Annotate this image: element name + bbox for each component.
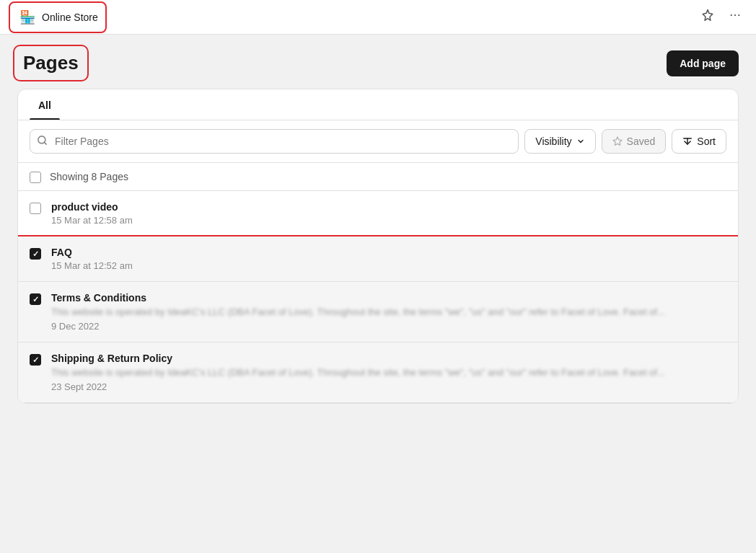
pages-card: All Visibility Saved (17, 89, 739, 404)
page-header: Pages Add page (0, 35, 756, 89)
saved-button[interactable]: Saved (602, 129, 667, 154)
top-nav: 🏪 Online Store (0, 0, 756, 35)
page-excerpt-4: This website is operated by IdeaKC's LLC… (51, 366, 726, 379)
row-checkbox-wrapper-1[interactable] (30, 201, 41, 214)
row-checkbox-wrapper-3[interactable] (30, 292, 41, 305)
visibility-label: Visibility (535, 136, 571, 147)
page-row: Shipping & Return Policy This website is… (18, 342, 738, 403)
page-date-4: 23 Sept 2022 (51, 381, 726, 392)
showing-count: Showing 8 Pages (50, 171, 128, 182)
page-info-4: Shipping & Return Policy This website is… (51, 353, 726, 392)
add-page-button[interactable]: Add page (667, 50, 739, 76)
store-label: Online Store (42, 12, 98, 23)
sort-label: Sort (697, 136, 716, 147)
select-all-checkbox-wrapper[interactable] (30, 170, 41, 183)
selected-rows-group: FAQ 15 Mar at 12:52 am Terms & Condition… (18, 236, 738, 403)
top-nav-left: 🏪 Online Store (12, 4, 104, 30)
store-icon: 🏪 (17, 7, 38, 27)
row-checkbox-3[interactable] (30, 293, 41, 305)
page-date-3: 9 Dec 2022 (51, 321, 726, 332)
svg-point-1 (734, 14, 736, 16)
pin-button[interactable] (698, 6, 717, 28)
page-name-1: product video (51, 201, 726, 213)
page-name-2: FAQ (51, 247, 726, 258)
search-wrapper (30, 129, 519, 154)
page-date-2: 15 Mar at 12:52 am (51, 260, 726, 271)
page-title: Pages (23, 52, 79, 74)
row-checkbox-wrapper-2[interactable] (30, 247, 41, 260)
svg-point-0 (731, 14, 732, 16)
svg-marker-5 (613, 137, 622, 145)
page-date-1: 15 Mar at 12:58 am (51, 215, 726, 226)
page-info-1: product video 15 Mar at 12:58 am (51, 201, 726, 226)
page-row: Terms & Conditions This website is opera… (18, 282, 738, 342)
saved-label: Saved (627, 136, 656, 147)
page-info-2: FAQ 15 Mar at 12:52 am (51, 247, 726, 271)
page-title-wrapper: Pages (17, 49, 84, 77)
filter-bar: Visibility Saved Sort (18, 120, 738, 163)
page-name-3: Terms & Conditions (51, 292, 726, 304)
table-header-row: Showing 8 Pages (18, 163, 738, 191)
row-checkbox-wrapper-4[interactable] (30, 353, 41, 366)
page-name-4: Shipping & Return Policy (51, 353, 726, 364)
select-all-checkbox[interactable] (30, 172, 41, 183)
search-icon (37, 135, 48, 148)
tabs-bar: All (18, 89, 738, 120)
svg-point-2 (738, 14, 739, 16)
svg-line-4 (44, 142, 46, 144)
more-options-button[interactable] (726, 6, 744, 28)
store-nav-item[interactable]: 🏪 Online Store (12, 4, 104, 30)
page-info-3: Terms & Conditions This website is opera… (51, 292, 726, 332)
search-input[interactable] (30, 129, 519, 154)
page-row: FAQ 15 Mar at 12:52 am (18, 236, 738, 282)
row-checkbox-4[interactable] (30, 354, 41, 366)
row-checkbox-1[interactable] (30, 203, 41, 214)
top-nav-right (698, 6, 744, 28)
visibility-filter-button[interactable]: Visibility (524, 129, 595, 154)
page-excerpt-3: This website is operated by IdeaKC's LLC… (51, 306, 726, 319)
row-checkbox-2[interactable] (30, 248, 41, 260)
sort-button[interactable]: Sort (672, 129, 726, 154)
tab-all[interactable]: All (30, 89, 60, 120)
page-row: product video 15 Mar at 12:58 am (18, 191, 738, 236)
